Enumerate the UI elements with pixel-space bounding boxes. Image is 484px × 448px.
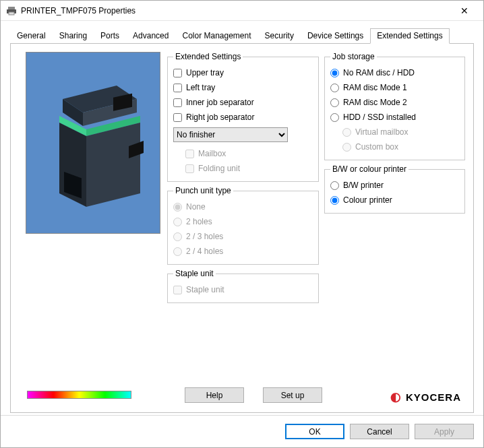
content-area: General Sharing Ports Advanced Color Man…	[1, 21, 483, 413]
color-spectrum-bar	[27, 391, 131, 399]
tab-sharing[interactable]: Sharing	[53, 28, 94, 44]
printer-icon	[6, 5, 17, 16]
setup-button[interactable]: Set up	[263, 387, 322, 403]
job-storage-legend: Job storage	[330, 52, 377, 61]
ram-mode1-radio[interactable]: RAM disc Mode 1	[330, 80, 459, 95]
job-storage-group: Job storage No RAM disc / HDD RAM disc M…	[324, 52, 465, 160]
tab-extended-settings[interactable]: Extended Settings	[370, 28, 449, 44]
window-title: PRINTER_TMPF075 Properties	[21, 6, 451, 15]
dialog-footer: OK Cancel Apply	[1, 415, 483, 447]
printer-preview-image	[26, 52, 160, 234]
hdd-ssd-radio[interactable]: HDD / SSD installed	[330, 110, 459, 125]
apply-button[interactable]: Apply	[415, 424, 474, 439]
colour-printer-radio[interactable]: Colour printer	[330, 193, 459, 207]
tab-advanced[interactable]: Advanced	[126, 28, 175, 44]
upper-tray-checkbox[interactable]: Upper tray	[173, 65, 313, 80]
left-tray-checkbox[interactable]: Left tray	[173, 80, 313, 95]
extended-settings-legend: Extended Settings	[173, 52, 243, 61]
svg-rect-0	[8, 7, 15, 9]
staple-unit-group: Staple unit Staple unit	[167, 269, 319, 303]
finisher-select[interactable]: No finisher	[173, 127, 288, 142]
cancel-button[interactable]: Cancel	[350, 424, 409, 439]
kyocera-logo: ◐ KYOCERA	[390, 389, 461, 404]
punch-unit-group: Punch unit type None 2 holes 2 / 3 holes…	[167, 186, 319, 265]
right-job-separator-checkbox[interactable]: Right job separator	[173, 110, 313, 125]
inner-job-separator-checkbox[interactable]: Inner job separator	[173, 95, 313, 110]
punch-unit-legend: Punch unit type	[173, 186, 233, 195]
properties-window: PRINTER_TMPF075 Properties ✕ General Sha…	[0, 0, 484, 448]
bw-color-legend: B/W or colour printer	[330, 164, 409, 174]
tab-security[interactable]: Security	[258, 28, 301, 44]
extended-settings-group: Extended Settings Upper tray Left tray I…	[167, 52, 319, 182]
titlebar: PRINTER_TMPF075 Properties ✕	[1, 1, 483, 21]
virtual-mailbox-radio: Virtual mailbox	[330, 125, 459, 139]
punch-24holes-radio: 2 / 4 holes	[173, 244, 313, 259]
custom-box-radio: Custom box	[330, 139, 459, 154]
staple-unit-checkbox: Staple unit	[173, 282, 313, 297]
punch-2holes-radio: 2 holes	[173, 214, 313, 229]
svg-rect-2	[9, 12, 14, 15]
tab-color-management[interactable]: Color Management	[175, 28, 258, 44]
tab-ports[interactable]: Ports	[94, 28, 126, 44]
ram-mode2-radio[interactable]: RAM disc Mode 2	[330, 95, 459, 110]
staple-unit-legend: Staple unit	[173, 269, 216, 278]
punch-23holes-radio: 2 / 3 holes	[173, 229, 313, 244]
close-icon[interactable]: ✕	[451, 5, 478, 16]
ok-button[interactable]: OK	[285, 424, 344, 439]
tab-strip: General Sharing Ports Advanced Color Man…	[10, 28, 474, 44]
help-button[interactable]: Help	[185, 387, 244, 403]
tab-general[interactable]: General	[10, 28, 53, 44]
punch-none-radio: None	[173, 199, 313, 214]
mailbox-checkbox: Mailbox	[173, 146, 313, 161]
folding-unit-checkbox: Folding unit	[173, 161, 313, 176]
bw-color-group: B/W or colour printer B/W printer Colour…	[324, 164, 465, 214]
tab-device-settings[interactable]: Device Settings	[301, 28, 370, 44]
bw-printer-radio[interactable]: B/W printer	[330, 178, 459, 193]
tab-panel: Extended Settings Upper tray Left tray I…	[10, 44, 474, 413]
kyocera-logo-icon: ◐	[390, 389, 402, 404]
no-ram-hdd-radio[interactable]: No RAM disc / HDD	[330, 65, 459, 80]
svg-marker-9	[86, 123, 140, 207]
kyocera-logo-text: KYOCERA	[406, 391, 461, 403]
